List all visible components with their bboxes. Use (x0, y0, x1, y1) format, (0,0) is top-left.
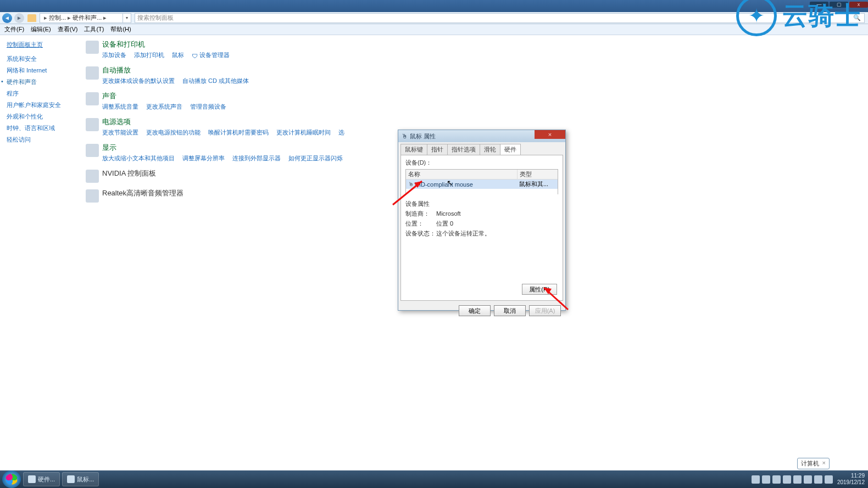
folder-icon (28, 475, 36, 483)
category-link[interactable]: 鼠标 (172, 51, 184, 60)
category-link[interactable]: 更改节能设置 (102, 128, 138, 137)
mouse-icon: 🖱 (402, 133, 408, 139)
mouse-icon (67, 475, 75, 483)
tooltip-close-icon[interactable]: × (822, 459, 826, 466)
dialog-tab[interactable]: 指针 (427, 144, 448, 155)
tray-icon[interactable] (752, 475, 760, 484)
start-button[interactable] (2, 470, 21, 488)
shield-icon: 🛡 (192, 53, 198, 59)
category-link[interactable]: 管理音频设备 (190, 102, 226, 111)
category-section: 声音调整系统音量更改系统声音管理音频设备 (82, 91, 868, 111)
category-link[interactable]: 更改系统声音 (146, 102, 182, 111)
category-link[interactable]: 🛡设备管理器 (192, 51, 230, 60)
menu-view[interactable]: 查看(V) (55, 25, 80, 34)
tray-icon[interactable] (783, 475, 791, 484)
tray-icon[interactable] (762, 475, 770, 484)
device-type: 鼠标和其... (517, 180, 558, 189)
watermark-text: 云骑士 (782, 0, 861, 33)
sidebar-item[interactable]: 时钟、语言和区域 (3, 122, 79, 134)
clock-date: 2019/12/12 (837, 479, 865, 486)
category-link[interactable]: 如何更正显示器闪烁 (288, 154, 343, 163)
tray-icon[interactable] (814, 475, 822, 484)
sidebar-item[interactable]: 外观和个性化 (3, 111, 79, 122)
tray-icon[interactable] (825, 475, 833, 484)
category-icon (86, 66, 99, 80)
dialog-tab[interactable]: 滑轮 (480, 144, 500, 155)
tray-clock[interactable]: 11:29 2019/12/12 (837, 473, 865, 486)
tooltip-text: 计算机 (801, 460, 819, 467)
menu-file[interactable]: 文件(F) (2, 25, 26, 34)
category-link[interactable]: 调整系统音量 (102, 102, 138, 111)
tray-icon[interactable] (772, 475, 781, 484)
nav-back-button[interactable]: ◄ (2, 13, 12, 23)
sidebar-item[interactable]: 程序 (3, 88, 79, 99)
annotation-arrow (390, 175, 434, 207)
annotation-arrow (539, 283, 578, 316)
category-link[interactable]: 唤醒计算机时需要密码 (208, 128, 269, 137)
category-link[interactable]: 添加打印机 (134, 51, 164, 60)
breadcrumb[interactable]: ▸ 控制... ▸ 硬件和声... ▸ (40, 13, 123, 23)
category-link[interactable]: 自动播放 CD 或其他媒体 (182, 76, 249, 86)
tray-icon[interactable] (804, 475, 812, 484)
breadcrumb-item[interactable]: 控制... (49, 14, 66, 22)
taskbar: 硬件... 鼠标... 11:29 2019/12/12 (0, 470, 868, 488)
dialog-tab[interactable]: 硬件 (500, 144, 521, 155)
category-title[interactable]: 声音 (102, 91, 234, 101)
breadcrumb-item[interactable]: 硬件和声... (73, 14, 102, 22)
sidebar-home-link[interactable]: 控制面板主页 (7, 41, 79, 49)
breadcrumb-dropdown[interactable]: ▾ (123, 13, 131, 23)
category-link[interactable]: 添加设备 (102, 51, 126, 60)
category-section: 设备和打印机添加设备添加打印机鼠标🛡设备管理器 (82, 40, 868, 60)
search-placeholder: 搜索控制面板 (137, 14, 174, 22)
category-title[interactable]: 设备和打印机 (102, 40, 237, 49)
sidebar-item[interactable]: 轻松访问 (3, 134, 79, 145)
taskbar-button-hardware[interactable]: 硬件... (23, 472, 60, 486)
status-label: 设备状态： (405, 229, 436, 238)
dialog-title: 鼠标 属性 (410, 132, 436, 141)
sidebar: 控制面板主页 系统和安全网络和 Internet硬件和声音程序用户帐户和家庭安全… (0, 35, 82, 459)
sidebar-item[interactable]: 硬件和声音 (3, 76, 79, 88)
category-icon (86, 41, 99, 54)
category-icon (86, 144, 99, 157)
tray-icon[interactable] (793, 475, 802, 484)
category-link[interactable]: 更改电源按钮的功能 (146, 128, 201, 137)
dialog-tabs: 鼠标键指针指针选项滑轮硬件 (398, 142, 565, 155)
devices-label: 设备(D)： (405, 159, 558, 167)
dialog-titlebar[interactable]: 🖱 鼠标 属性 × (398, 130, 565, 142)
location-value: 位置 0 (436, 220, 453, 227)
maker-label: 制造商： (405, 210, 436, 218)
category-title[interactable]: 显示 (102, 143, 350, 153)
cancel-button[interactable]: 取消 (494, 305, 526, 316)
category-title[interactable]: Realtek高清晰音频管理器 (102, 188, 183, 198)
category-title[interactable]: 自动播放 (102, 65, 257, 75)
category-title[interactable]: NVIDIA 控制面板 (102, 169, 156, 178)
sidebar-item[interactable]: 系统和安全 (3, 53, 79, 65)
menu-tools[interactable]: 工具(T) (82, 25, 106, 34)
category-section: 自动播放更改媒体或设备的默认设置自动播放 CD 或其他媒体 (82, 65, 868, 86)
dialog-close-button[interactable]: × (535, 130, 565, 139)
ok-button[interactable]: 确定 (459, 305, 491, 316)
sidebar-item[interactable]: 用户帐户和家庭安全 (3, 99, 79, 111)
watermark-icon: ✦ (736, 0, 777, 36)
category-icon (86, 118, 99, 131)
category-link[interactable]: 调整屏幕分辨率 (182, 154, 225, 163)
taskbar-button-mouse[interactable]: 鼠标... (62, 472, 99, 486)
category-link[interactable]: 更改计算机睡眠时间 (276, 128, 331, 137)
folder-icon (27, 14, 36, 22)
category-link[interactable]: 放大或缩小文本和其他项目 (102, 154, 175, 163)
menu-help[interactable]: 帮助(H) (108, 25, 133, 34)
menu-edit[interactable]: 编辑(E) (29, 25, 53, 34)
category-link[interactable]: 选 (338, 128, 344, 137)
category-icon (86, 170, 99, 183)
column-type[interactable]: 类型 (517, 170, 558, 179)
dialog-tab[interactable]: 鼠标键 (400, 144, 427, 155)
status-value: 这个设备运转正常。 (436, 230, 491, 237)
category-icon (86, 92, 99, 105)
category-title[interactable]: 电源选项 (102, 117, 352, 127)
sidebar-item[interactable]: 网络和 Internet (3, 65, 79, 76)
category-link[interactable]: 连接到外部显示器 (232, 154, 281, 163)
category-link[interactable]: 更改媒体或设备的默认设置 (102, 76, 175, 86)
category-icon (86, 189, 99, 203)
dialog-tab[interactable]: 指针选项 (447, 144, 480, 155)
nav-forward-button[interactable]: ► (14, 13, 24, 23)
